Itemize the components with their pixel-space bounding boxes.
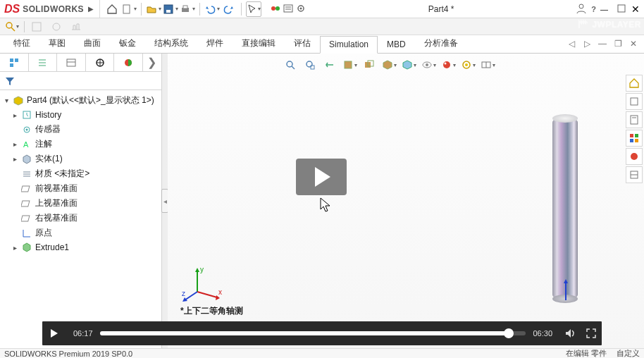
logo-sw: SOLIDWORKS — [23, 4, 84, 14]
tree-node[interactable]: ▸A注解 — [0, 137, 161, 152]
svg-line-19 — [292, 66, 295, 69]
zoom-fit-icon[interactable] — [282, 56, 299, 73]
traffic-lights-icon[interactable] — [270, 3, 281, 16]
redo-button[interactable] — [221, 1, 237, 17]
fm-tab-feature-tree[interactable] — [0, 54, 29, 71]
tab-结构系统[interactable]: 结构系统 — [145, 34, 197, 53]
video-volume-button[interactable] — [559, 321, 581, 345]
dynamic-view-icon[interactable] — [361, 56, 378, 73]
tab-焊件[interactable]: 焊件 — [197, 34, 233, 53]
taskpane-resources-icon[interactable] — [626, 93, 643, 110]
zoom-area-icon[interactable] — [302, 56, 318, 73]
logo-chevron-icon[interactable]: ▶ — [88, 5, 94, 13]
tab-评估[interactable]: 评估 — [285, 34, 320, 53]
tab-直接编辑[interactable]: 直接编辑 — [233, 34, 285, 53]
graphics-viewport[interactable]: y x z *上下二等角轴测 — [168, 54, 644, 348]
print-button[interactable] — [180, 1, 195, 17]
svg-text:A: A — [23, 140, 29, 149]
expand-icon[interactable]: ▸ — [11, 111, 18, 119]
status-custom[interactable]: 自定义 — [617, 348, 640, 358]
collapse-icon[interactable]: ▾ — [3, 97, 10, 104]
expand-icon[interactable]: ▸ — [11, 155, 18, 163]
heads-up-view-toolbar — [282, 56, 496, 73]
video-control-bar: 06:17 06:30 — [42, 321, 602, 345]
minimize-button[interactable]: — — [600, 5, 612, 13]
panel-splitter[interactable]: ◂ — [162, 54, 168, 348]
tab-特征[interactable]: 特征 — [4, 34, 39, 53]
taskpane-design-library-icon[interactable] — [626, 111, 643, 128]
settings-button[interactable] — [295, 3, 306, 16]
tree-node-label: 注解 — [35, 138, 52, 150]
fm-tab-property-manager[interactable] — [29, 54, 58, 71]
select-button[interactable] — [246, 1, 261, 17]
tree-node[interactable]: ▸History — [0, 108, 161, 122]
status-bar: SOLIDWORKS Premium 2019 SP0.0 在编辑 零件 自定义 — [0, 348, 644, 358]
taskpane-appearances-icon[interactable] — [626, 148, 643, 165]
fm-tab-configuration[interactable] — [57, 54, 86, 71]
fm-tab-more[interactable]: ❯ — [143, 54, 161, 71]
model-cylinder[interactable] — [552, 117, 578, 300]
feature-tree[interactable]: ▾ Part4 (默认<<默认>_显示状态 1>) ▸History传感器▸A注… — [0, 90, 161, 348]
taskpane-home-icon[interactable] — [626, 75, 643, 92]
tree-node[interactable]: 材质 <未指定> — [0, 166, 161, 181]
maximize-button[interactable] — [616, 3, 627, 16]
fm-tab-dimxpert[interactable] — [86, 54, 115, 71]
fm-filter-row — [0, 72, 161, 90]
tree-node[interactable]: 传感器 — [0, 122, 161, 137]
fm-tab-display[interactable] — [114, 54, 143, 71]
tab-Simulation[interactable]: Simulation — [320, 36, 378, 54]
options-button[interactable] — [283, 3, 294, 16]
tab-钣金[interactable]: 钣金 — [110, 34, 145, 53]
appearance-icon[interactable] — [440, 56, 457, 73]
tree-node-label: 传感器 — [35, 123, 61, 135]
expand-icon[interactable]: ▸ — [11, 244, 18, 252]
tree-node[interactable]: 上视基准面 — [0, 196, 161, 211]
section-view-icon[interactable] — [341, 56, 358, 73]
tree-node[interactable]: 原点 — [0, 226, 161, 240]
svg-rect-33 — [10, 58, 13, 62]
open-button[interactable] — [146, 1, 161, 17]
taskpane-view-palette-icon[interactable] — [626, 130, 643, 147]
close-button[interactable]: ✕ — [631, 4, 640, 15]
new-button[interactable] — [121, 1, 137, 17]
viewport-minimize-button[interactable]: — — [596, 37, 609, 50]
taskpane-custom-props-icon[interactable] — [626, 166, 643, 183]
view-orientation-icon[interactable] — [380, 56, 397, 73]
tree-node[interactable]: 前视基准面 — [0, 181, 161, 196]
tab-曲面[interactable]: 曲面 — [75, 34, 110, 53]
notifications-icon[interactable]: ? — [591, 5, 596, 13]
undo-button[interactable] — [204, 1, 220, 17]
tab-prev-button[interactable]: ◁ — [565, 37, 578, 50]
hide-show-icon[interactable] — [420, 56, 437, 73]
search-icon[interactable]: ▾ — [4, 20, 20, 34]
expand-icon[interactable]: ▸ — [11, 140, 18, 148]
tree-node[interactable]: 右视基准面 — [0, 211, 161, 226]
viewport-settings-icon[interactable] — [479, 56, 496, 73]
tree-node[interactable]: ▸实体(1) — [0, 152, 161, 166]
user-icon[interactable] — [576, 3, 587, 16]
tab-分析准备[interactable]: 分析准备 — [415, 34, 467, 53]
home-button[interactable] — [104, 1, 120, 17]
scene-icon[interactable] — [459, 56, 476, 73]
tree-root[interactable]: ▾ Part4 (默认<<默认>_显示状态 1>) — [0, 93, 161, 108]
tab-草图[interactable]: 草图 — [39, 34, 75, 53]
viewport-close-button[interactable]: ✕ — [627, 37, 640, 50]
video-seek-track[interactable] — [100, 331, 526, 335]
video-seek-knob[interactable] — [504, 328, 514, 338]
title-bar: DS SOLIDWORKS ▶ — [0, 0, 644, 18]
material-icon — [21, 168, 32, 180]
fm-tab-strip: ❯ — [0, 54, 161, 72]
history-icon — [21, 109, 32, 121]
video-play-button[interactable] — [296, 159, 347, 195]
video-play-small-button[interactable] — [42, 321, 66, 345]
display-style-icon[interactable] — [400, 56, 417, 73]
tree-node[interactable]: ▸Extrude1 — [0, 240, 161, 254]
view-annotation: *上下二等角轴测 — [180, 305, 243, 317]
funnel-icon[interactable] — [4, 75, 16, 87]
save-button[interactable] — [163, 1, 178, 17]
tab-MBD[interactable]: MBD — [378, 36, 415, 53]
previous-view-icon[interactable] — [321, 56, 338, 73]
video-fullscreen-button[interactable] — [581, 321, 602, 345]
tab-next-button[interactable]: ▷ — [581, 37, 593, 50]
viewport-restore-button[interactable]: ❐ — [612, 37, 624, 50]
